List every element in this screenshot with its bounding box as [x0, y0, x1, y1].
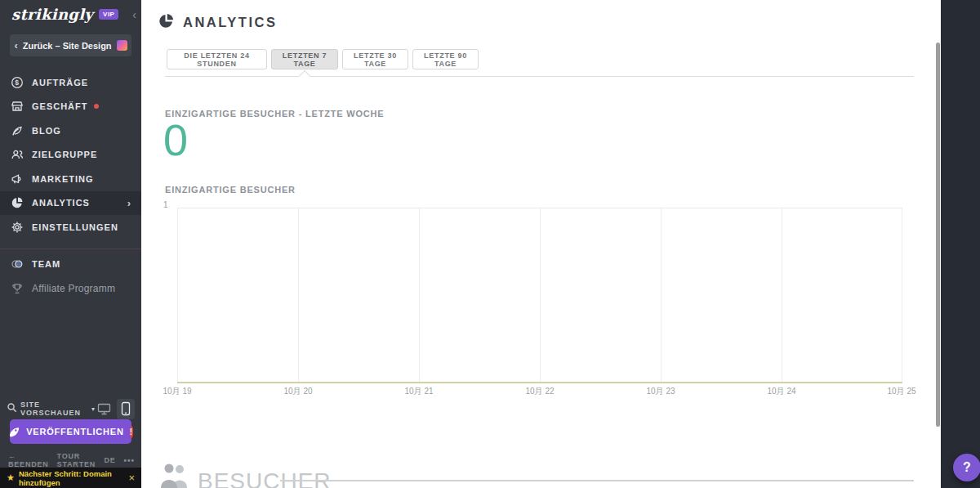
date-range-tabs: DIE LETZTEN 24 STUNDEN LETZTEN 7 TAGE LE… — [167, 49, 479, 69]
publish-button[interactable]: VERÖFFENTLICHEN ! — [10, 419, 131, 444]
svg-text:$: $ — [15, 78, 20, 87]
sidebar: strikingly VIP ‹ ‹ Zurück – Site Design … — [0, 0, 141, 488]
star-icon: ★ — [7, 472, 15, 483]
storefront-icon — [10, 100, 24, 114]
chart-title: EINZIGARTIGE BESUCHER — [165, 185, 296, 195]
sidebar-item-team[interactable]: TEAM — [0, 253, 141, 277]
gear-icon — [10, 220, 24, 234]
sidebar-item-label: BLOG — [32, 126, 61, 136]
audience-people-icon — [10, 148, 24, 162]
collapse-sidebar-icon[interactable]: ‹ — [132, 8, 136, 20]
besucher-section-title: BESUCHER — [198, 468, 332, 488]
sidebar-item-einstellungen[interactable]: EINSTELLUNGEN — [0, 215, 141, 240]
sidebar-item-label: Affiliate Programm — [32, 283, 115, 294]
quill-pen-icon — [10, 123, 24, 137]
editor-backdrop — [941, 0, 980, 488]
trophy-icon — [10, 281, 24, 295]
x-axis-tick: 10月 21 — [404, 386, 433, 397]
back-to-site-design-button[interactable]: ‹ Zurück – Site Design — [10, 34, 131, 56]
x-axis-tick: 10月 24 — [767, 386, 795, 397]
notification-text: Nächster Schritt: Domain hinzufügen — [19, 469, 115, 487]
gridline — [540, 208, 541, 383]
desktop-preview-button[interactable] — [95, 400, 113, 418]
tabs-divider — [165, 76, 914, 77]
analytics-pie-icon — [158, 12, 175, 33]
strikingly-logo: strikingly — [11, 6, 93, 23]
sidebar-item-label: MARKETING — [32, 174, 94, 184]
sidebar-item-blog[interactable]: BLOG — [0, 119, 141, 143]
tab-last-24-hours[interactable]: DIE LETZTEN 24 STUNDEN — [167, 49, 267, 69]
team-coins-icon — [10, 257, 24, 271]
sidebar-item-label: ANALYTICS — [32, 198, 90, 208]
x-axis-tick: 10月 22 — [525, 386, 554, 397]
visitors-people-icon — [161, 463, 192, 488]
sidebar-item-auftraege[interactable]: $ AUFTRÄGE — [0, 70, 141, 95]
x-axis-tick: 10月 25 — [887, 386, 915, 397]
logo-row: strikingly VIP ‹ — [11, 3, 136, 25]
x-axis-tick: 10月 19 — [163, 386, 191, 397]
site-preview-dropdown[interactable]: SITE VORSCHAUEN — [20, 401, 88, 417]
back-arrow-icon: ← — [8, 452, 16, 460]
analytics-panel: ANALYTICS DIE LETZTEN 24 STUNDEN LETZTEN… — [141, 0, 941, 488]
visitors-chart — [177, 208, 902, 383]
tab-last-7-days[interactable]: LETZTEN 7 TAGE — [271, 49, 338, 69]
y-axis-tick: 1 — [163, 200, 168, 209]
scrollbar-thumb[interactable] — [936, 43, 940, 427]
site-preview-row: SITE VORSCHAUEN ▾ — [7, 398, 135, 419]
sidebar-item-affiliate[interactable]: Affiliate Programm — [0, 276, 141, 301]
sidebar-item-marketing[interactable]: MARKETING — [0, 167, 141, 191]
gridline — [177, 208, 178, 383]
tab-last-90-days[interactable]: LETZTE 90 TAGE — [412, 49, 479, 69]
rocket-icon — [8, 425, 20, 439]
device-toggle-group — [95, 399, 135, 419]
unique-visitors-week-label: EINZIGARTIGE BESUCHER - LETZTE WOCHE — [165, 109, 384, 119]
sidebar-item-label: ZIELGRUPPE — [32, 150, 97, 159]
x-axis-labels: 10月 19 10月 20 10月 21 10月 22 10月 23 10月 2… — [141, 386, 941, 397]
gridline — [782, 208, 782, 383]
sidebar-item-geschaeft[interactable]: GESCHÄFT — [0, 95, 141, 119]
gridline — [661, 208, 662, 383]
section-rule — [280, 480, 914, 481]
sidebar-item-label: AUFTRÄGE — [32, 78, 88, 87]
page-header: ANALYTICS — [158, 12, 277, 33]
sidebar-item-zielgruppe[interactable]: ZIELGRUPPE — [0, 143, 141, 168]
besucher-section-header: BESUCHER — [161, 463, 332, 488]
megaphone-icon — [10, 172, 24, 186]
sidebar-item-label: GESCHÄFT — [32, 101, 88, 111]
sidebar-item-analytics[interactable]: ANALYTICS › — [0, 191, 141, 216]
more-options-icon[interactable]: ••• — [123, 456, 135, 465]
gridline — [419, 208, 420, 383]
dollar-circle-icon: $ — [10, 75, 24, 89]
exit-tour-link[interactable]: ← BEENDEN — [8, 452, 49, 468]
sidebar-item-label: EINSTELLUNGEN — [32, 222, 118, 232]
active-tab-notch — [299, 70, 310, 82]
sidebar-divider — [0, 248, 141, 249]
start-tour-link[interactable]: TOUR STARTEN — [57, 452, 96, 468]
sidebar-menu: $ AUFTRÄGE GESCHÄFT BLOG ZIELGRUPPE — [0, 70, 141, 301]
language-selector[interactable]: DE — [104, 456, 115, 464]
x-axis-tick: 10月 23 — [646, 386, 675, 397]
close-notification-icon[interactable]: × — [128, 472, 135, 484]
mobile-preview-button[interactable] — [117, 399, 135, 419]
pie-chart-icon — [10, 196, 24, 210]
chart-zero-line — [177, 382, 902, 383]
publish-alert-badge: ! — [130, 426, 133, 438]
sidebar-footer: ← BEENDEN TOUR STARTEN DE ••• — [8, 454, 135, 466]
sidebar-item-label: TEAM — [32, 259, 60, 269]
unique-visitors-count: 0 — [163, 118, 188, 162]
gridline — [902, 208, 902, 383]
tab-last-30-days[interactable]: LETZTE 30 TAGE — [342, 49, 408, 69]
chevron-right-icon: › — [127, 197, 131, 209]
site-thumbnail-icon — [117, 40, 127, 51]
help-button[interactable]: ? — [953, 454, 980, 481]
notification-dot — [94, 104, 99, 109]
next-step-notification: ★ Nächster Schritt: Domain hinzufügen × — [0, 468, 141, 488]
gridline — [298, 208, 299, 383]
chevron-left-icon: ‹ — [14, 39, 17, 51]
vip-badge: VIP — [99, 9, 118, 20]
publish-button-label: VERÖFFENTLICHEN — [26, 427, 124, 437]
page-title: ANALYTICS — [183, 15, 277, 30]
search-icon — [7, 401, 17, 416]
back-button-label: Zurück – Site Design — [23, 41, 112, 51]
x-axis-tick: 10月 20 — [283, 386, 312, 397]
